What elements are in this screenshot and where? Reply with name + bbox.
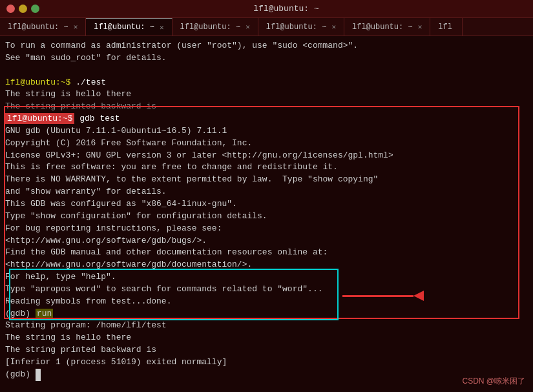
arrow-line — [342, 295, 413, 297]
tab-1[interactable]: lfl@ubuntu: ~ ✕ — [0, 18, 86, 36]
tab-1-label: lfl@ubuntu: ~ — [8, 23, 68, 32]
tabs-bar: lfl@ubuntu: ~ ✕ lfl@ubuntu: ~ ✕ lfl@ubun… — [0, 18, 533, 36]
line-14: This GDB was configured as "x86_64-linux… — [5, 198, 528, 211]
title-bar: lfl@ubuntu: ~ — [0, 0, 533, 18]
line-13: and "show warranty" for details. — [5, 186, 528, 198]
line-22: Reading symbols from test...done. — [5, 296, 528, 308]
tab-3-close[interactable]: ✕ — [246, 23, 250, 31]
tab-5[interactable]: lfl@ubuntu: ~ ✕ — [344, 18, 430, 36]
watermark: CSDN @嗦米困了 — [462, 376, 525, 387]
line-24: Starting program: /home/lfl/test — [5, 320, 528, 332]
tab-3[interactable]: lfl@ubuntu: ~ ✕ — [172, 18, 258, 36]
line-12: There is NO WARRANTY, to the extent perm… — [5, 174, 528, 186]
tab-2[interactable]: lfl@ubuntu: ~ ✕ — [86, 18, 172, 36]
tab-1-close[interactable]: ✕ — [74, 23, 78, 31]
window-controls[interactable] — [6, 5, 39, 13]
line-28: (gdb) — [5, 369, 528, 381]
line-3 — [5, 65, 528, 77]
line-19: <http://www.gnu.org/software/gdb/documen… — [5, 259, 528, 271]
line-18: Find the GDB manual and other documentat… — [5, 247, 528, 259]
line-25: The string is hello there — [5, 332, 528, 344]
line-1: To run a command as administrator (user … — [5, 40, 528, 52]
line-26: The string printed backward is — [5, 344, 528, 356]
minimize-button[interactable] — [19, 5, 27, 13]
line-6: The string printed backward is — [5, 101, 528, 113]
line-23: (gdb) run — [5, 308, 528, 320]
line-15: Type "show configuration" for configurat… — [5, 211, 528, 223]
tab-6[interactable]: lfl — [430, 18, 463, 36]
tab-4-close[interactable]: ✕ — [331, 23, 336, 31]
line-9: Copyright (C) 2016 Free Software Foundat… — [5, 138, 528, 150]
terminal[interactable]: To run a command as administrator (user … — [0, 36, 533, 392]
line-8: GNU gdb (Ubuntu 7.11.1-0ubuntu1~16.5) 7.… — [5, 125, 528, 138]
tab-3-label: lfl@ubuntu: ~ — [180, 23, 241, 32]
line-4: lfl@ubuntu:~$ ./test — [5, 77, 528, 89]
tab-5-close[interactable]: ✕ — [418, 23, 423, 31]
line-27: [Inferior 1 (process 51019) exited norma… — [5, 356, 528, 369]
line-2: See "man sudo_root" for details. — [5, 52, 528, 65]
line-5: The string is hello there — [5, 88, 528, 101]
tab-2-close[interactable]: ✕ — [160, 23, 164, 32]
close-button[interactable] — [6, 5, 15, 13]
tab-4-label: lfl@ubuntu: ~ — [266, 23, 327, 32]
window-title: lfl@ubuntu: ~ — [46, 4, 527, 14]
watermark-prefix: CSDN @ — [462, 377, 494, 386]
watermark-suffix: 嗦米困了 — [494, 377, 525, 386]
maximize-button[interactable] — [31, 5, 39, 13]
tab-5-label: lfl@ubuntu: ~ — [352, 23, 413, 32]
line-20: For help, type "help". — [5, 271, 528, 284]
line-10: License GPLv3+: GNU GPL version 3 or lat… — [5, 150, 528, 162]
tab-6-label: lfl — [438, 23, 452, 32]
line-16: For bug reporting instructions, please s… — [5, 223, 528, 235]
line-11: This is free software: you are free to c… — [5, 161, 528, 174]
arrow-head — [413, 291, 424, 301]
line-7: lfl@ubuntu:~$ gdb test — [5, 113, 528, 125]
line-17: <http://www.gnu.org/software/gdb/bugs/>. — [5, 235, 528, 247]
tab-4[interactable]: lfl@ubuntu: ~ ✕ — [258, 18, 344, 36]
arrow-indicator — [342, 291, 424, 301]
tab-2-label: lfl@ubuntu: ~ — [94, 23, 154, 32]
line-21: Type "apropos word" to search for comman… — [5, 284, 528, 296]
